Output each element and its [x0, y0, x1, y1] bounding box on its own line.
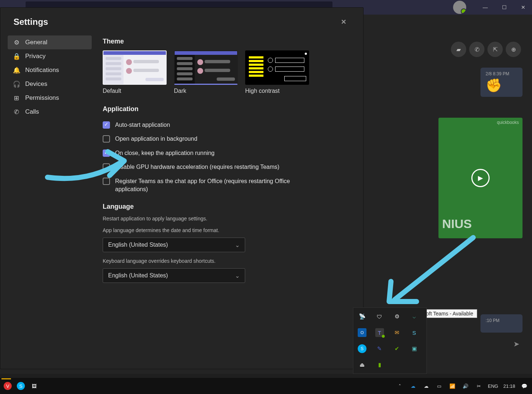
- close-settings-button[interactable]: ✕: [337, 16, 350, 28]
- tray-battery-icon[interactable]: ▮: [375, 360, 384, 369]
- option-label: Open application in background: [115, 135, 197, 143]
- message-timestamp: :10 PM: [486, 318, 517, 323]
- theme-default[interactable]: Default: [103, 50, 167, 94]
- theme-dark[interactable]: Dark: [174, 50, 238, 94]
- window-controls: — ☐ ✕: [480, 2, 528, 12]
- chat-message-emoji[interactable]: 2/8 8:39 PM ✊: [480, 68, 522, 97]
- taskbar-language[interactable]: ENG: [488, 383, 498, 389]
- taskbar-clock[interactable]: 21:18: [503, 383, 515, 389]
- settings-title: Settings: [14, 17, 48, 27]
- tray-broadcast-icon[interactable]: 📡: [358, 312, 366, 321]
- windows-taskbar[interactable]: V S 🖼 ˄ ☁ ☁ ▭ 📶 🔊 ✂ ENG 21:18 💬: [0, 378, 532, 394]
- grid-icon: ⊞: [13, 94, 20, 102]
- theme-label: High contrast: [245, 88, 309, 94]
- battery-icon[interactable]: ▭: [435, 382, 443, 390]
- language-restart-note: Restart application to apply language se…: [103, 216, 352, 221]
- theme-hc-thumbnail: [245, 50, 309, 85]
- chat-message-partial[interactable]: :10 PM: [480, 314, 522, 333]
- option-label: Auto-start application: [115, 121, 170, 129]
- share-screen-button[interactable]: ⇱: [487, 42, 503, 57]
- sidebar-item-calls[interactable]: ✆Calls: [8, 105, 92, 119]
- taskbar-photos-icon[interactable]: 🖼: [30, 382, 38, 390]
- gear-icon: ⚙: [13, 39, 20, 46]
- sidebar-item-label: Notifications: [25, 67, 59, 74]
- taskbar-skype-icon[interactable]: S: [17, 382, 25, 390]
- option-register-chat[interactable]: Register Teams as the chat app for Offic…: [103, 174, 352, 197]
- checkbox[interactable]: [103, 149, 110, 157]
- sidebar-item-privacy[interactable]: 🔒Privacy: [8, 49, 92, 63]
- notifications-icon[interactable]: 💬: [520, 382, 528, 390]
- checkbox[interactable]: [103, 135, 110, 143]
- tray-usb-icon[interactable]: ⏏: [358, 360, 366, 369]
- checkbox[interactable]: [103, 121, 110, 129]
- video-source-tag: quickbooks: [497, 120, 519, 125]
- theme-high-contrast[interactable]: High contrast: [245, 50, 309, 94]
- sidebar-item-label: Permissions: [25, 94, 59, 102]
- tray-skype-biz-icon[interactable]: S: [410, 328, 419, 337]
- bell-icon: 🔔: [13, 67, 20, 74]
- sidebar-item-notifications[interactable]: 🔔Notifications: [8, 63, 92, 77]
- maximize-button[interactable]: ☐: [499, 2, 509, 12]
- tray-check-icon[interactable]: ✔: [392, 344, 401, 353]
- phone-icon: ✆: [13, 108, 20, 115]
- keyboard-language-select[interactable]: English (United States)⌄: [103, 268, 245, 283]
- cloud-icon[interactable]: ☁: [422, 382, 430, 390]
- video-icon: ▰: [456, 46, 461, 53]
- people-add-icon: ⊕: [511, 46, 516, 53]
- onedrive-icon[interactable]: ☁: [409, 382, 417, 390]
- close-window-button[interactable]: ✕: [518, 2, 528, 12]
- app-language-select[interactable]: English (United States)⌄: [103, 238, 245, 252]
- system-tray-overflow[interactable]: 📡 🛡 ⚙ ⌵ O T ✉ S S ✎ ✔ ▣ ⏏ ▮: [353, 307, 427, 374]
- chevron-down-icon: ⌄: [235, 242, 240, 249]
- snip-icon[interactable]: ✂: [475, 382, 483, 390]
- option-disable-gpu[interactable]: Disable GPU hardware acceleration (requi…: [103, 160, 352, 174]
- tray-bluetooth-icon[interactable]: ⌵: [410, 312, 419, 321]
- tray-pen-icon[interactable]: ✎: [375, 344, 384, 353]
- language-section-title: Language: [103, 203, 352, 211]
- audio-call-button[interactable]: ✆: [469, 42, 484, 57]
- sidebar-item-permissions[interactable]: ⊞Permissions: [8, 91, 92, 105]
- theme-default-thumbnail: [103, 50, 167, 85]
- sidebar-item-label: Devices: [25, 80, 47, 88]
- tray-device-icon[interactable]: ▣: [410, 344, 419, 353]
- video-call-button[interactable]: ▰: [451, 42, 466, 57]
- wifi-icon[interactable]: 📶: [448, 382, 456, 390]
- add-people-button[interactable]: ⊕: [506, 42, 521, 57]
- select-value: English (United States): [108, 272, 168, 279]
- play-icon: ▶: [471, 169, 490, 187]
- volume-icon[interactable]: 🔊: [461, 382, 470, 390]
- sidebar-item-devices[interactable]: 🎧Devices: [8, 77, 92, 91]
- tray-skype-icon[interactable]: S: [358, 344, 366, 353]
- message-timestamp: 2/8 8:39 PM: [486, 71, 517, 76]
- theme-label: Default: [103, 88, 167, 94]
- tray-teams-icon[interactable]: T: [375, 328, 384, 337]
- share-icon: ⇱: [493, 46, 498, 53]
- tray-gear-icon[interactable]: ⚙: [392, 312, 401, 321]
- taskbar-vivaldi-icon[interactable]: V: [4, 382, 12, 390]
- tray-outlook-icon[interactable]: O: [358, 328, 366, 337]
- option-auto-start[interactable]: Auto-start application: [103, 118, 352, 132]
- fist-emoji: ✊: [486, 78, 517, 93]
- application-section-title: Application: [103, 105, 352, 113]
- sidebar-item-label: General: [25, 39, 47, 46]
- tray-mail-icon[interactable]: ✉: [392, 328, 401, 337]
- option-open-background[interactable]: Open application in background: [103, 132, 352, 146]
- tray-shield-icon[interactable]: 🛡: [375, 312, 384, 321]
- send-icon[interactable]: ➤: [513, 340, 520, 348]
- app-language-note: App language determines the date and tim…: [103, 227, 352, 233]
- minimize-button[interactable]: —: [480, 2, 490, 12]
- phone-icon: ✆: [475, 46, 479, 53]
- video-attachment[interactable]: quickbooks ▶ NIUS: [438, 118, 522, 238]
- tray-expand-icon[interactable]: ˄: [396, 382, 404, 390]
- headset-icon: 🎧: [13, 80, 20, 88]
- running-indicator: [1, 378, 11, 379]
- select-value: English (United States): [108, 242, 168, 248]
- theme-options: Default Dark: [103, 50, 352, 94]
- user-avatar[interactable]: [453, 1, 466, 14]
- theme-dark-thumbnail: [174, 50, 238, 85]
- sidebar-item-general[interactable]: ⚙General: [8, 35, 92, 49]
- taskbar-pinned: V S 🖼: [4, 382, 38, 390]
- checkbox[interactable]: [103, 163, 110, 171]
- option-keep-running[interactable]: On close, keep the application running: [103, 146, 352, 160]
- checkbox[interactable]: [103, 178, 110, 185]
